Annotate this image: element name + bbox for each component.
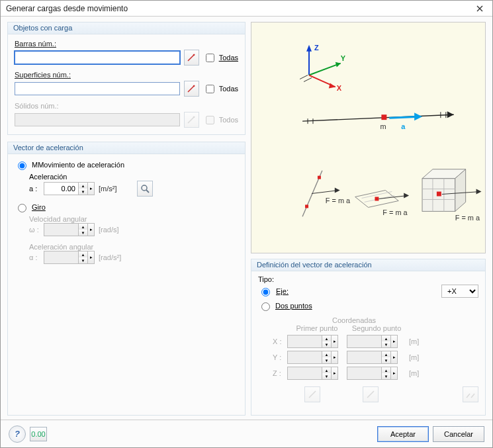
coord-row-z: Z : ▲▼▸ ▲▼▸ [m] bbox=[273, 367, 478, 380]
two-points-radio[interactable] bbox=[261, 302, 270, 311]
a-label: a : bbox=[29, 185, 40, 193]
accept-button[interactable]: Aceptar bbox=[377, 426, 429, 442]
svg-line-24 bbox=[312, 191, 339, 194]
two-points-picker-icon bbox=[465, 390, 476, 399]
surfaces-field: Superficies núm.: Todas bbox=[15, 71, 238, 97]
svg-line-12 bbox=[302, 114, 454, 121]
z2-stepper: ▲▼▸ bbox=[347, 367, 398, 380]
members-pick-button[interactable] bbox=[184, 50, 199, 66]
rotation-radio[interactable] bbox=[18, 204, 26, 212]
p1-pick-button bbox=[304, 386, 320, 402]
second-point-header: Segundo punto bbox=[347, 324, 406, 332]
two-points-pick-button bbox=[463, 386, 478, 402]
accel-label: a bbox=[401, 122, 406, 130]
picker-icon bbox=[187, 53, 196, 62]
accel-vector-title: Vector de aceleración bbox=[8, 142, 245, 154]
svg-marker-25 bbox=[335, 188, 340, 193]
y1-stepper: ▲▼▸ bbox=[287, 351, 338, 364]
surfaces-label: Superficies núm.: bbox=[15, 71, 238, 79]
picker-icon bbox=[366, 390, 375, 399]
svg-marker-5 bbox=[306, 45, 312, 52]
two-points-radio-label: Dos puntos bbox=[275, 302, 312, 310]
right-column: Z Y X bbox=[251, 22, 486, 416]
accel-caption: Aceleración bbox=[29, 173, 238, 181]
picker-icon bbox=[187, 84, 196, 93]
svg-marker-20 bbox=[414, 112, 422, 120]
axis-radio-label: Eje: bbox=[276, 287, 289, 295]
surfaces-all-checkbox[interactable]: Todas bbox=[203, 83, 238, 95]
help-icon: ? bbox=[15, 429, 20, 439]
magnifier-icon bbox=[140, 184, 150, 193]
surfaces-input[interactable] bbox=[15, 82, 180, 95]
svg-rect-29 bbox=[375, 197, 379, 201]
omega-unit: [rad/s] bbox=[99, 226, 119, 234]
movement-radio[interactable] bbox=[18, 161, 26, 170]
movement-radio-label: MMovimiento de aceleraciónMovimiento de … bbox=[32, 161, 124, 169]
dialog-title: Generar cargas desde movimiento bbox=[6, 4, 469, 13]
rotation-radio-row[interactable]: Giro bbox=[15, 202, 238, 212]
axis-y-label: Y bbox=[341, 54, 346, 62]
picker-icon bbox=[187, 115, 196, 124]
coord-row-x: X : ▲▼▸ ▲▼▸ [m] bbox=[273, 335, 478, 348]
svg-point-1 bbox=[193, 85, 195, 87]
x1-stepper: ▲▼▸ bbox=[287, 335, 338, 348]
solids-label: Sólidos núm.: bbox=[15, 102, 238, 110]
svg-rect-39 bbox=[437, 192, 441, 197]
a-library-button[interactable] bbox=[137, 181, 153, 197]
definition-title: Definición del vector de aceleración bbox=[251, 259, 485, 271]
explanatory-diagram: Z Y X bbox=[251, 22, 486, 253]
definition-group: Definición del vector de aceleración Tip… bbox=[251, 259, 486, 416]
y2-stepper: ▲▼▸ bbox=[347, 351, 398, 364]
left-column: Objetos con carga Barras núm.: Todas bbox=[7, 22, 246, 416]
help-button[interactable]: ? bbox=[9, 426, 26, 443]
svg-point-3 bbox=[142, 185, 147, 191]
axis-x-label: X bbox=[337, 84, 342, 92]
angular-accel-caption: Aceleración angular bbox=[29, 243, 238, 251]
x2-stepper: ▲▼▸ bbox=[347, 335, 398, 348]
formula-3: F = m a bbox=[455, 214, 480, 222]
formula-2: F = m a bbox=[382, 208, 408, 216]
cancel-button[interactable]: Cancelar bbox=[433, 426, 484, 442]
movement-subgroup: Aceleración a : ▲▼ ▸ [m/s²] bbox=[29, 173, 238, 197]
coords-area: Coordenadas Primer punto Segundo punto X… bbox=[273, 316, 478, 402]
surfaces-pick-button[interactable] bbox=[184, 81, 199, 97]
formula-1: F = m a bbox=[326, 197, 351, 204]
titlebar: Generar cargas desde movimiento bbox=[1, 1, 492, 17]
axis-select[interactable]: +X bbox=[441, 285, 478, 298]
svg-point-2 bbox=[193, 116, 195, 118]
alpha-input bbox=[44, 251, 78, 264]
axis-radio[interactable] bbox=[261, 288, 270, 296]
mass-label: m bbox=[380, 122, 386, 130]
z1-stepper: ▲▼▸ bbox=[287, 367, 338, 380]
rotation-subgroup: Velocidad angular ω : ▲▼ ▸ [rad/s] Acele… bbox=[29, 215, 238, 264]
solids-field: Sólidos núm.: Todos bbox=[15, 102, 238, 128]
angular-velocity-caption: Velocidad angular bbox=[29, 215, 238, 223]
members-all-checkbox[interactable]: Todas bbox=[203, 52, 238, 64]
omega-stepper: ▲▼ ▸ bbox=[44, 223, 95, 236]
coord-row-y: Y : ▲▼▸ ▲▼▸ [m] bbox=[273, 351, 478, 364]
dialog-footer: ? 0.00 Aceptar Cancelar bbox=[1, 420, 492, 447]
alpha-unit: [rad/s²] bbox=[99, 253, 121, 261]
solids-all-checkbox: Todos bbox=[203, 114, 238, 126]
a-unit: [m/s²] bbox=[99, 185, 117, 193]
svg-point-0 bbox=[193, 54, 195, 56]
accel-vector-group: Vector de aceleración MMovimiento de ace… bbox=[7, 142, 246, 416]
picker-icon bbox=[308, 390, 317, 399]
axis-z-label: Z bbox=[314, 44, 319, 52]
dialog-content: Objetos con carga Barras núm.: Todas bbox=[1, 17, 492, 420]
omega-label: ω : bbox=[29, 226, 40, 234]
members-input[interactable] bbox=[15, 51, 180, 64]
loaded-objects-title: Objetos con carga bbox=[8, 22, 245, 34]
alpha-stepper: ▲▼ ▸ bbox=[44, 251, 95, 264]
coords-header: Coordenadas bbox=[287, 316, 421, 324]
two-points-radio-row[interactable]: Dos puntos bbox=[258, 300, 478, 311]
type-label: Tipo: bbox=[258, 275, 478, 283]
a-input[interactable] bbox=[44, 182, 78, 195]
a-stepper[interactable]: ▲▼ ▸ bbox=[44, 182, 95, 195]
p2-pick-button bbox=[363, 386, 379, 402]
units-button[interactable]: 0.00 bbox=[30, 427, 47, 441]
movement-radio-row[interactable]: MMovimiento de aceleraciónMovimiento de … bbox=[15, 159, 238, 170]
svg-marker-7 bbox=[336, 62, 341, 67]
close-button[interactable] bbox=[469, 1, 491, 16]
solids-pick-button bbox=[184, 112, 199, 128]
